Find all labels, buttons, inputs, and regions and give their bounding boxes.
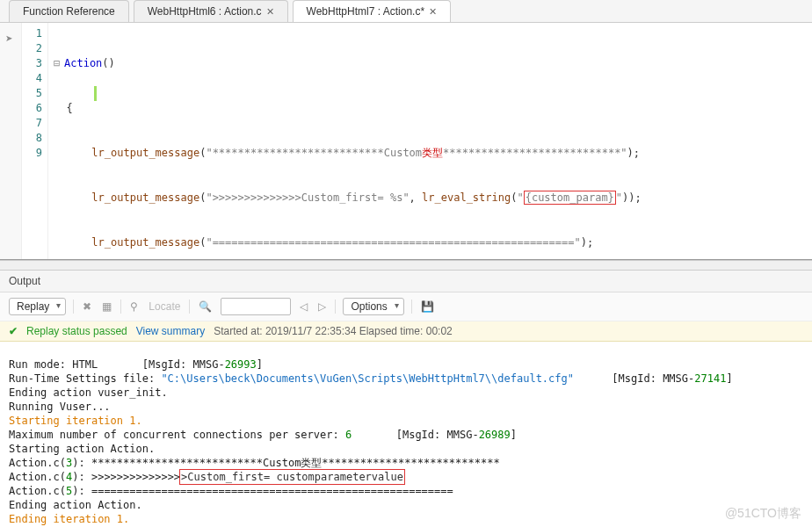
output-highlight: >Custom_first= customparametervalue bbox=[180, 470, 404, 484]
view-summary-link[interactable]: View summary bbox=[136, 325, 205, 337]
splitter[interactable] bbox=[0, 260, 812, 271]
locate-button[interactable]: Locate bbox=[147, 299, 182, 314]
bookmark-icon: ➤ bbox=[5, 33, 12, 43]
delete-icon[interactable]: ✖ bbox=[81, 299, 93, 314]
separator bbox=[335, 300, 336, 314]
status-passed: Replay status passed bbox=[26, 325, 127, 337]
custom-param-highlight: {custom_param} bbox=[524, 191, 616, 205]
separator bbox=[120, 300, 121, 314]
locate-icon[interactable]: ⚲ bbox=[128, 299, 140, 314]
tab-action-c-6[interactable]: WebHttpHtml6 : Action.c ✕ bbox=[134, 0, 288, 22]
line-highlight bbox=[94, 86, 97, 101]
tab-bar: Function Reference WebHttpHtml6 : Action… bbox=[0, 0, 812, 23]
save-icon[interactable]: 💾 bbox=[419, 299, 436, 314]
check-icon: ✔ bbox=[9, 325, 18, 337]
grid-icon[interactable]: ▦ bbox=[100, 299, 113, 314]
tab-action-c-7[interactable]: WebHttpHtml7 : Action.c* ✕ bbox=[293, 0, 452, 22]
tab-label: WebHttpHtml7 : Action.c* bbox=[307, 5, 425, 18]
tab-label: Function Reference bbox=[23, 5, 115, 18]
output-toolbar: Replay ✖ ▦ ⚲ Locate 🔍 ◁ ▷ Options 💾 bbox=[0, 292, 812, 321]
status-time: Started at: 2019/11/7 22:35:34 Elapsed t… bbox=[214, 325, 453, 337]
next-icon[interactable]: ▷ bbox=[316, 299, 328, 314]
prev-icon[interactable]: ◁ bbox=[298, 299, 309, 314]
output-panel-title: Output bbox=[0, 271, 812, 292]
tab-function-reference[interactable]: Function Reference bbox=[9, 0, 129, 22]
separator bbox=[411, 300, 412, 314]
watermark: @51CTO博客 bbox=[725, 506, 801, 522]
search-input[interactable] bbox=[221, 298, 291, 315]
tab-label: WebHttpHtml6 : Action.c bbox=[148, 5, 262, 18]
options-dropdown[interactable]: Options bbox=[343, 298, 403, 315]
separator bbox=[73, 300, 74, 314]
editor-gutter: ➤ bbox=[0, 23, 22, 259]
separator bbox=[189, 300, 190, 314]
replay-dropdown[interactable]: Replay bbox=[9, 298, 66, 315]
code-area[interactable]: ⊟Action() { lr_output_message("*********… bbox=[48, 23, 812, 259]
close-icon[interactable]: ✕ bbox=[266, 6, 274, 18]
code-editor[interactable]: ➤ 1 2 3 4 5 6 7 8 9 ⊟Action() { lr_outpu… bbox=[0, 23, 812, 260]
output-log[interactable]: Run mode: HTML [MsgId: MMSG-26993] Run-T… bbox=[0, 342, 812, 527]
line-numbers: 1 2 3 4 5 6 7 8 9 bbox=[22, 23, 48, 259]
search-icon[interactable]: 🔍 bbox=[197, 299, 214, 314]
replay-status-bar: ✔ Replay status passed View summary Star… bbox=[0, 321, 812, 342]
close-icon[interactable]: ✕ bbox=[429, 6, 437, 18]
fold-icon[interactable]: ⊟ bbox=[54, 56, 64, 71]
